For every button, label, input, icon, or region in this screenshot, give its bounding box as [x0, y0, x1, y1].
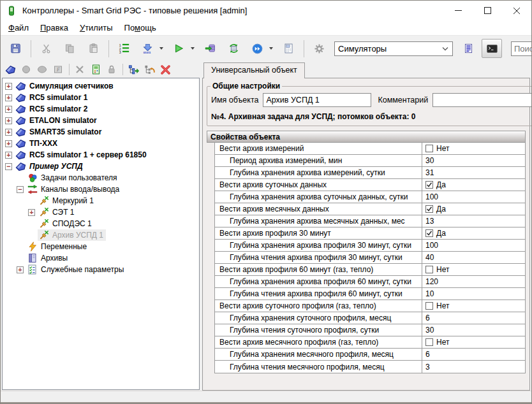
save-button[interactable] — [5, 39, 26, 58]
cut-button[interactable] — [36, 39, 56, 58]
run-button[interactable] — [168, 39, 189, 58]
object-name-input[interactable] — [263, 93, 371, 107]
simulators-combobox[interactable]: Симуляторы — [334, 41, 453, 56]
checkbox-unchecked-icon[interactable] — [425, 145, 433, 152]
expand-plus-icon[interactable]: + — [17, 266, 24, 273]
tree-item[interactable]: +ETALON simulator — [3, 115, 199, 126]
property-value-cell[interactable]: 40 — [422, 252, 525, 263]
tree-item[interactable]: СПОДЭС 1 — [3, 218, 199, 229]
close-button[interactable] — [502, 1, 531, 20]
expand-plus-icon[interactable]: + — [5, 152, 12, 159]
property-value-cell[interactable]: 31 — [422, 167, 525, 178]
menu-Правка[interactable]: Правка — [34, 22, 74, 34]
lock-object-button[interactable] — [104, 62, 119, 76]
expand-plus-icon[interactable]: + — [28, 209, 35, 216]
tree-item-body[interactable]: Меркурий 1 — [38, 195, 96, 206]
add-object-2-button[interactable] — [34, 62, 50, 76]
expand-plus-icon[interactable]: + — [5, 94, 12, 101]
settings-button[interactable] — [309, 39, 329, 58]
property-value-cell[interactable]: 100 — [422, 240, 525, 251]
tree-item-body[interactable]: ТП-XXX — [15, 138, 60, 149]
tree-item-body[interactable]: Переменные — [26, 241, 89, 252]
property-value-cell[interactable]: 6 — [422, 312, 525, 324]
property-value-cell[interactable]: 13 — [422, 215, 525, 227]
expand-plus-icon[interactable]: + — [5, 140, 12, 147]
checkbox-checked-icon[interactable] — [425, 205, 433, 213]
add-controller-button[interactable] — [3, 62, 18, 76]
copy-button[interactable] — [59, 39, 80, 58]
checkbox-checked-icon[interactable] — [425, 181, 433, 189]
property-value-cell[interactable]: 30 — [422, 155, 525, 166]
expand-plus-icon[interactable]: + — [5, 129, 12, 136]
tree-item[interactable]: +RC5 simulator 1 — [3, 92, 199, 103]
tree-item-body[interactable]: Задачи пользователя — [26, 172, 120, 184]
property-value-cell[interactable]: 100 — [422, 191, 525, 203]
property-value-cell[interactable]: Нет — [422, 336, 525, 348]
write-values-button[interactable]: 01011 — [137, 39, 158, 58]
menu-Утилиты[interactable]: Утилиты — [74, 22, 119, 34]
comment-input[interactable] — [432, 93, 532, 107]
checkbox-unchecked-icon[interactable] — [425, 266, 433, 273]
expand-plus-icon[interactable]: + — [5, 106, 12, 113]
property-value-cell[interactable]: Да — [422, 227, 525, 239]
add-function-button[interactable]: F — [50, 62, 66, 76]
log-button[interactable] — [458, 39, 478, 58]
panel-view-button[interactable] — [88, 62, 103, 76]
tree-item[interactable]: +Симуляция счетчиков — [3, 80, 199, 92]
tree-item[interactable]: +СЭТ 1 — [3, 206, 199, 218]
property-value-cell[interactable]: Нет — [422, 300, 525, 312]
add-object-button[interactable] — [18, 62, 34, 76]
property-value-cell[interactable]: 30 — [422, 324, 525, 336]
property-value-cell[interactable]: Да — [422, 179, 525, 191]
object-tree[interactable]: +Симуляция счетчиков+RC5 simulator 1+RC5… — [2, 78, 200, 390]
tree-item[interactable]: Переменные — [3, 241, 199, 252]
tree-item[interactable]: Архивы — [3, 252, 199, 264]
run-dropdown-icon[interactable] — [191, 47, 195, 50]
property-value-cell[interactable]: 3 — [422, 361, 525, 373]
tree-item[interactable]: Архив УСПД 1 — [3, 229, 199, 241]
tree-item-body[interactable]: СПОДЭС 1 — [38, 218, 94, 229]
batch-run-button[interactable] — [247, 39, 267, 58]
tree-item-body[interactable]: ETALON simulator — [15, 115, 100, 126]
cut-object-button[interactable] — [72, 62, 87, 76]
property-value-cell[interactable]: Да — [422, 203, 525, 215]
terminal-button[interactable] — [482, 39, 502, 58]
tree-item-body[interactable]: RC5 simulator 2 — [15, 103, 90, 115]
tree-item[interactable]: +Служебные параметры — [3, 264, 199, 275]
expand-plus-icon[interactable]: + — [5, 117, 12, 124]
numbered-list-button[interactable]: 123 — [114, 39, 134, 58]
tree-item[interactable]: Меркурий 1 — [3, 195, 199, 206]
tree-item[interactable]: −Каналы ввода/вывода — [3, 184, 199, 195]
tree-item[interactable]: +SMART35 simulator — [3, 126, 199, 138]
collapse-minus-icon[interactable]: − — [17, 186, 24, 193]
tab-universal-object[interactable]: Универсальный объект — [203, 62, 305, 78]
property-value-cell[interactable]: Нет — [422, 143, 525, 154]
tree-item[interactable]: +RC5 simulator 2 — [3, 103, 199, 115]
tree-item-body[interactable]: Архивы — [26, 252, 70, 264]
property-value-cell[interactable]: 6 — [422, 349, 525, 360]
batch-run-dropdown-icon[interactable] — [269, 47, 273, 50]
tree-item-body[interactable]: RC5 simulator 1 — [15, 92, 90, 103]
report-button[interactable] — [278, 39, 299, 58]
tree-item-body[interactable]: RC5 simulator 1 + сервер 61850 — [15, 149, 149, 161]
search-input[interactable] — [511, 41, 531, 56]
checkbox-unchecked-icon[interactable] — [425, 302, 433, 310]
sync-button[interactable] — [223, 39, 244, 58]
tree-item[interactable]: −Пример УСПД — [3, 161, 199, 172]
property-value-cell[interactable]: 120 — [422, 276, 525, 287]
tree-item-body[interactable]: Служебные параметры — [26, 264, 126, 275]
checkbox-unchecked-icon[interactable] — [425, 338, 433, 346]
expand-plus-icon[interactable]: + — [5, 83, 12, 90]
tree-item-body[interactable]: Пример УСПД — [15, 161, 85, 172]
property-value-cell[interactable]: Нет — [422, 264, 525, 275]
tree-item-body[interactable]: СЭТ 1 — [38, 206, 77, 218]
tree-item-body[interactable]: SMART35 simulator — [15, 126, 104, 138]
menu-Помощь[interactable]: Помощь — [119, 22, 162, 34]
write-values-dropdown-icon[interactable] — [159, 47, 163, 50]
minimize-button[interactable] — [443, 1, 473, 20]
menu-Файл[interactable]: Файл — [3, 22, 34, 34]
tree-item-body[interactable]: Симуляция счетчиков — [15, 80, 116, 92]
delete-object-button[interactable] — [158, 62, 173, 76]
maximize-button[interactable] — [473, 1, 502, 20]
tree-item[interactable]: +ТП-XXX — [3, 138, 199, 149]
